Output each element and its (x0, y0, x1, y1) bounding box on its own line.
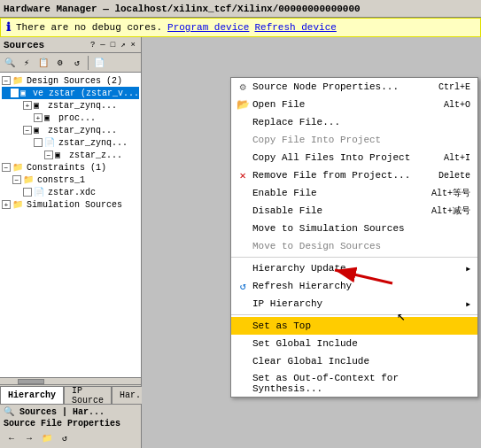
toggle-xdc[interactable] (23, 188, 32, 197)
left-panel: Sources ? — □ ↗ × 🔍 ⚡ 📋 ⚙ ↺ 📄 − (0, 37, 142, 448)
xdc-icon: 📄 (34, 187, 46, 197)
har-tab: | Har... (62, 407, 105, 417)
toggle-zynq1[interactable]: + (23, 101, 32, 110)
folder-icon2: 📁 (12, 162, 25, 173)
menu-replace-file[interactable]: Replace File... (231, 113, 477, 131)
toolbar: 🔍 ⚡ 📋 ⚙ ↺ 📄 (0, 53, 141, 73)
menu-disable-file[interactable]: Disable File Alt+减号 (231, 202, 477, 220)
main-area: Sources ? — □ ↗ × 🔍 ⚡ 📋 ⚙ ↺ 📄 − (0, 37, 481, 448)
copy-btn[interactable]: 📋 (35, 55, 51, 71)
tree-item-xdc[interactable]: 📄 zstar.xdc (2, 186, 139, 198)
title-bar: Hardware Manager — localhost/xilinx_tcf/… (0, 0, 481, 18)
source-file-properties: 🔍 Sources | Har... Source File Propertie… (0, 404, 141, 448)
open-icon: 📂 (237, 98, 249, 112)
file-btn[interactable]: 📄 (91, 55, 107, 71)
props-refresh-btn[interactable]: ↺ (57, 430, 73, 446)
tree-item-zstar[interactable]: − ▣ ve zstar (zstar_v... (2, 87, 139, 99)
sources-label: 🔍 (4, 407, 19, 417)
tree-item-design-sources[interactable]: − 📁 Design Sources (2) (2, 74, 139, 87)
red-arrow-indicator (317, 252, 397, 290)
info-text: There are no debug cores. (16, 22, 162, 33)
toggle-simulation[interactable]: + (2, 200, 11, 209)
props-toolbar: ← → 📁 ↺ (4, 430, 137, 446)
props-back-btn[interactable]: ← (4, 430, 19, 446)
module-icon: ▣ (20, 88, 31, 98)
tab-hierarchy[interactable]: Hierarchy (0, 386, 64, 404)
tree-item-zstar-zynq3[interactable]: 📄 zstar_zynq... (2, 136, 139, 149)
toggle-zynq2[interactable]: − (23, 126, 32, 135)
folder-icon: 📁 (12, 75, 25, 86)
toolbar-sep (88, 56, 89, 70)
float-btn[interactable]: ↗ (119, 40, 127, 50)
menu-copy-file: Copy File Into Project (231, 131, 477, 149)
scrollbar-thumb[interactable] (18, 379, 44, 384)
info-icon: ℹ (6, 20, 11, 35)
mouse-cursor: ↖ (397, 307, 406, 325)
minimize-btn[interactable]: — (98, 41, 106, 50)
menu-enable-file[interactable]: Enable File Alt+等号 (231, 184, 477, 202)
sources-title: Sources (4, 40, 44, 50)
module-icon5: ▣ (55, 150, 67, 160)
toggle-z[interactable]: − (44, 151, 53, 159)
arrow-right-icon: ▶ (466, 265, 470, 273)
context-menu: ⚙ Source Node Properties... Ctrl+E 📂 Ope… (230, 77, 478, 398)
toggle-constrs1[interactable]: − (12, 175, 21, 184)
header-buttons: ? — □ ↗ × (89, 40, 137, 50)
gear-icon: ⚙ (237, 81, 249, 94)
props-title: 🔍 Sources | Har... (4, 406, 137, 417)
module-icon2: ▣ (34, 100, 46, 111)
props-folder-btn[interactable]: 📁 (39, 430, 55, 446)
toggle-zynq3[interactable] (34, 138, 43, 147)
add-btn[interactable]: ⚡ (19, 55, 35, 71)
menu-ip-hierarchy[interactable]: IP Hierarchy ▶ (231, 295, 477, 313)
right-panel: ⚙ Source Node Properties... Ctrl+E 📂 Ope… (142, 37, 481, 448)
search-btn[interactable]: 🔍 (2, 55, 18, 71)
refresh-btn[interactable]: ↺ (69, 55, 85, 71)
source-file-props-label: Source File Properties (4, 419, 137, 429)
tree-item-constrs1[interactable]: − 📁 constrs_1 (2, 174, 139, 186)
menu-remove-file[interactable]: ✕ Remove File from Project... Delete (231, 166, 477, 184)
file-icon-ve: 📄 (44, 137, 57, 148)
toggle-proc[interactable]: + (34, 113, 43, 122)
refresh-hier-icon: ↺ (237, 280, 249, 293)
bottom-tabs: Hierarchy IP Source Har... (0, 384, 141, 404)
tab-ip-source[interactable]: IP Source (64, 386, 112, 404)
toggle-design-sources[interactable]: − (2, 76, 11, 85)
separator2 (231, 314, 477, 315)
module-icon4: ▣ (34, 125, 46, 135)
menu-copy-all-files[interactable]: Copy All Files Into Project Alt+I (231, 149, 477, 166)
props-forward-btn[interactable]: → (21, 430, 37, 446)
menu-move-simulation[interactable]: Move to Simulation Sources (231, 220, 477, 237)
tree-item-constraints[interactable]: − 📁 Constraints (1) (2, 161, 139, 174)
horizontal-scrollbar[interactable] (0, 377, 141, 384)
settings-btn[interactable]: ⚙ (52, 55, 68, 71)
menu-source-node-properties[interactable]: ⚙ Source Node Properties... Ctrl+E (231, 78, 477, 96)
sources-tab-label: Sources (19, 407, 57, 417)
tree-item-zstar-z[interactable]: − ▣ zstar_z... (2, 149, 139, 161)
module-icon3: ▣ (44, 112, 57, 123)
menu-set-out-of-context[interactable]: Set as Out-of-Context for Synthesis... (231, 370, 477, 397)
sources-header: Sources ? — □ ↗ × (0, 37, 141, 53)
toggle-constraints[interactable]: − (2, 163, 11, 172)
refresh-device-link[interactable]: Refresh device (254, 22, 336, 33)
program-device-link[interactable]: Program device (167, 22, 249, 33)
menu-set-as-top[interactable]: Set as Top (231, 317, 477, 335)
menu-open-file[interactable]: 📂 Open File Alt+O (231, 96, 477, 113)
remove-icon: ✕ (237, 169, 249, 182)
title-text: Hardware Manager — localhost/xilinx_tcf/… (4, 4, 361, 14)
menu-set-global-include[interactable]: Set Global Include (231, 335, 477, 352)
tree-item-proc[interactable]: + ▣ proc... (2, 112, 139, 124)
close-btn[interactable]: × (129, 41, 137, 50)
tree-item-zstar-zynq1[interactable]: + ▣ zstar_zynq... (2, 99, 139, 112)
folder-icon3: 📁 (23, 174, 35, 185)
info-bar: ℹ There are no debug cores. Program devi… (0, 18, 481, 37)
maximize-btn[interactable]: □ (109, 41, 117, 50)
tree-area[interactable]: − 📁 Design Sources (2) − ▣ ve zstar (zst… (0, 73, 141, 377)
menu-clear-global-include[interactable]: Clear Global Include (231, 352, 477, 370)
help-btn[interactable]: ? (89, 41, 97, 50)
folder-icon4: 📁 (12, 199, 25, 210)
tree-item-simulation[interactable]: + 📁 Simulation Sources (2, 198, 139, 211)
tree-item-zstar-zynq2[interactable]: − ▣ zstar_zynq... (2, 124, 139, 136)
toggle-zstar[interactable]: − (11, 89, 19, 97)
ip-arrow-right-icon: ▶ (466, 300, 470, 308)
